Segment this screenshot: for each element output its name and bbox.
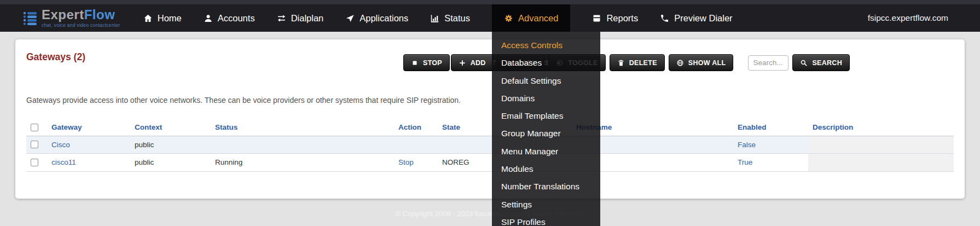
enabled-link[interactable]: True: [738, 158, 752, 166]
table-header-row: Gateway Context Status Action State Host…: [26, 119, 954, 136]
top-strip: [0, 0, 980, 4]
stop-action-link[interactable]: Stop: [398, 158, 414, 166]
nav-menu: Home Accounts Dialplan Applications Stat…: [143, 4, 733, 32]
user-icon: [204, 14, 213, 23]
menu-item-modules[interactable]: Modules: [492, 160, 600, 178]
delete-button[interactable]: DELETE: [610, 54, 665, 71]
column-header-gateway[interactable]: Gateway: [47, 119, 130, 136]
book-icon: [592, 14, 601, 23]
column-header-action[interactable]: Action: [394, 119, 438, 136]
enabled-link[interactable]: False: [738, 141, 756, 149]
menu-item-databases[interactable]: Databases: [492, 54, 600, 72]
menu-item-domains[interactable]: Domains: [492, 90, 600, 107]
brand-logo-icon: [23, 11, 37, 25]
menu-item-access-controls[interactable]: Access Controls: [492, 37, 600, 54]
add-button[interactable]: ADD: [451, 54, 494, 71]
nav-item-reports[interactable]: Reports: [592, 4, 638, 32]
page-title: Gateways (2): [26, 51, 85, 63]
gateway-link[interactable]: Cisco: [51, 141, 70, 149]
globe-icon: [676, 59, 684, 67]
column-header-status[interactable]: Status: [211, 119, 394, 136]
search-icon: [800, 59, 808, 67]
search-input[interactable]: [748, 55, 788, 71]
brand-tagline: chat, voice and video contactcenter: [42, 23, 120, 28]
status-cell: Running: [211, 154, 394, 172]
description-cell: [808, 136, 954, 154]
context-cell: public: [130, 154, 211, 172]
stop-icon: [411, 59, 419, 67]
description-cell: [808, 154, 954, 172]
menu-item-settings[interactable]: Settings: [492, 196, 600, 213]
page-description: Gateways provide access into other voice…: [26, 96, 461, 105]
search-button[interactable]: SEARCH: [792, 54, 850, 71]
menu-item-default-settings[interactable]: Default Settings: [492, 72, 600, 90]
column-header-context[interactable]: Context: [130, 119, 211, 136]
server-domain: fsipcc.expertflow.com: [868, 13, 948, 23]
phone-icon: [660, 14, 669, 23]
gateways-panel: Gateways (2) STOP START REFRESH ADD COPY…: [15, 39, 965, 199]
menu-item-email-templates[interactable]: Email Templates: [492, 107, 600, 125]
menu-item-menu-manager[interactable]: Menu Manager: [492, 143, 600, 160]
nav-item-dialplan[interactable]: Dialplan: [277, 4, 324, 32]
select-all-checkbox[interactable]: [31, 124, 38, 131]
bar-chart-icon: [430, 14, 439, 23]
column-header-enabled[interactable]: Enabled: [733, 119, 808, 136]
menu-item-sip-profiles[interactable]: SIP Profiles: [492, 213, 600, 226]
advanced-dropdown-menu: Access Controls Databases Default Settin…: [492, 32, 600, 226]
nav-item-advanced[interactable]: Advanced Access Controls Databases Defau…: [492, 4, 570, 32]
nav-item-status[interactable]: Status: [430, 4, 470, 32]
copyright-text: © Copyright 2008 - 2023 fusionpbx.com Al…: [0, 210, 980, 218]
swap-arrows-icon: [277, 14, 286, 23]
column-header-description[interactable]: Description: [808, 119, 954, 136]
nav-item-accounts[interactable]: Accounts: [204, 4, 255, 32]
row-checkbox[interactable]: [31, 141, 38, 148]
table-row-cisco11: cisco11 public Running Stop NOREG True: [26, 154, 954, 172]
row-checkbox[interactable]: [31, 159, 38, 166]
menu-item-number-translations[interactable]: Number Translations: [492, 178, 600, 195]
gear-icon: [504, 14, 513, 23]
brand-name: ExpertFlow: [42, 8, 120, 21]
paper-plane-icon: [345, 14, 355, 23]
action-cell: [394, 136, 438, 154]
stop-button[interactable]: STOP: [403, 54, 450, 71]
navbar: ExpertFlow chat, voice and video contact…: [0, 4, 980, 32]
nav-item-preview-dialer[interactable]: Preview Dialer: [660, 4, 732, 32]
show-all-button[interactable]: SHOW ALL: [669, 54, 734, 71]
context-cell: public: [130, 136, 211, 154]
trash-icon: [617, 59, 625, 67]
status-cell: [211, 136, 394, 154]
gateway-link[interactable]: cisco11: [51, 158, 76, 166]
menu-item-group-manager[interactable]: Group Manager: [492, 125, 600, 142]
nav-item-home[interactable]: Home: [143, 4, 182, 32]
nav-item-applications[interactable]: Applications: [345, 4, 408, 32]
home-icon: [143, 14, 153, 23]
table-row-cisco: Cisco public False: [26, 136, 954, 154]
brand-logo[interactable]: ExpertFlow chat, voice and video contact…: [23, 8, 120, 28]
plus-icon: [459, 59, 466, 67]
gateways-table: Gateway Context Status Action State Host…: [26, 119, 954, 172]
